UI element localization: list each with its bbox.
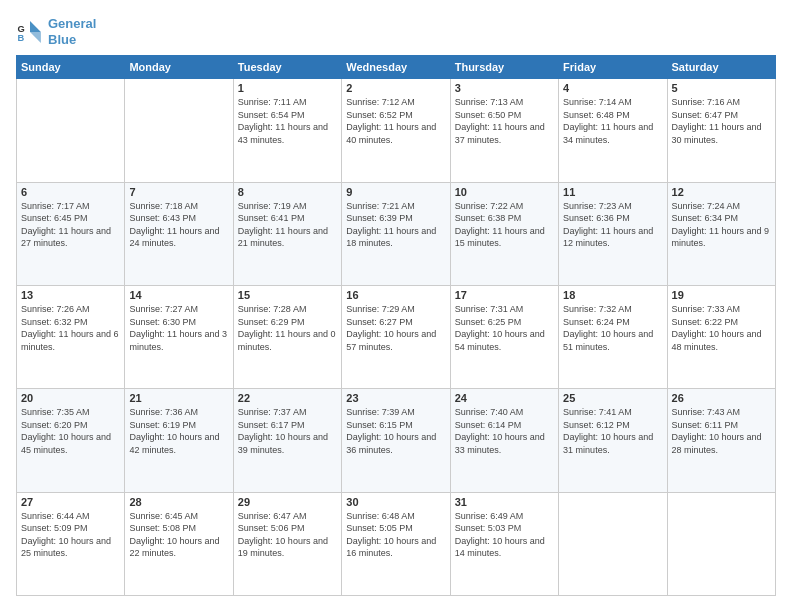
- day-info: Sunrise: 6:44 AM Sunset: 5:09 PM Dayligh…: [21, 510, 120, 560]
- day-number: 19: [672, 289, 771, 301]
- calendar-week-row: 27Sunrise: 6:44 AM Sunset: 5:09 PM Dayli…: [17, 492, 776, 595]
- day-number: 9: [346, 186, 445, 198]
- calendar-cell: 9Sunrise: 7:21 AM Sunset: 6:39 PM Daylig…: [342, 182, 450, 285]
- calendar-cell: 22Sunrise: 7:37 AM Sunset: 6:17 PM Dayli…: [233, 389, 341, 492]
- day-info: Sunrise: 7:14 AM Sunset: 6:48 PM Dayligh…: [563, 96, 662, 146]
- day-info: Sunrise: 7:35 AM Sunset: 6:20 PM Dayligh…: [21, 406, 120, 456]
- calendar-cell: 19Sunrise: 7:33 AM Sunset: 6:22 PM Dayli…: [667, 285, 775, 388]
- page-header: G B General Blue: [16, 16, 776, 47]
- calendar-cell: [125, 79, 233, 182]
- day-number: 17: [455, 289, 554, 301]
- calendar-cell: 29Sunrise: 6:47 AM Sunset: 5:06 PM Dayli…: [233, 492, 341, 595]
- logo-text: General Blue: [48, 16, 96, 47]
- calendar-cell: 26Sunrise: 7:43 AM Sunset: 6:11 PM Dayli…: [667, 389, 775, 492]
- day-number: 18: [563, 289, 662, 301]
- calendar-cell: 16Sunrise: 7:29 AM Sunset: 6:27 PM Dayli…: [342, 285, 450, 388]
- day-info: Sunrise: 7:39 AM Sunset: 6:15 PM Dayligh…: [346, 406, 445, 456]
- day-info: Sunrise: 7:37 AM Sunset: 6:17 PM Dayligh…: [238, 406, 337, 456]
- svg-text:B: B: [18, 33, 25, 43]
- day-number: 8: [238, 186, 337, 198]
- day-number: 29: [238, 496, 337, 508]
- col-header-monday: Monday: [125, 56, 233, 79]
- day-number: 31: [455, 496, 554, 508]
- day-info: Sunrise: 7:21 AM Sunset: 6:39 PM Dayligh…: [346, 200, 445, 250]
- day-number: 24: [455, 392, 554, 404]
- calendar-cell: 6Sunrise: 7:17 AM Sunset: 6:45 PM Daylig…: [17, 182, 125, 285]
- day-number: 1: [238, 82, 337, 94]
- day-info: Sunrise: 6:49 AM Sunset: 5:03 PM Dayligh…: [455, 510, 554, 560]
- calendar-cell: 11Sunrise: 7:23 AM Sunset: 6:36 PM Dayli…: [559, 182, 667, 285]
- day-number: 20: [21, 392, 120, 404]
- day-number: 15: [238, 289, 337, 301]
- day-info: Sunrise: 7:26 AM Sunset: 6:32 PM Dayligh…: [21, 303, 120, 353]
- calendar-cell: 23Sunrise: 7:39 AM Sunset: 6:15 PM Dayli…: [342, 389, 450, 492]
- day-number: 3: [455, 82, 554, 94]
- day-number: 10: [455, 186, 554, 198]
- day-number: 5: [672, 82, 771, 94]
- calendar-cell: [559, 492, 667, 595]
- day-number: 11: [563, 186, 662, 198]
- day-number: 16: [346, 289, 445, 301]
- calendar-cell: 4Sunrise: 7:14 AM Sunset: 6:48 PM Daylig…: [559, 79, 667, 182]
- day-number: 13: [21, 289, 120, 301]
- logo-icon: G B: [16, 18, 44, 46]
- day-info: Sunrise: 7:40 AM Sunset: 6:14 PM Dayligh…: [455, 406, 554, 456]
- day-info: Sunrise: 7:29 AM Sunset: 6:27 PM Dayligh…: [346, 303, 445, 353]
- day-info: Sunrise: 7:18 AM Sunset: 6:43 PM Dayligh…: [129, 200, 228, 250]
- calendar-cell: 27Sunrise: 6:44 AM Sunset: 5:09 PM Dayli…: [17, 492, 125, 595]
- calendar-cell: 15Sunrise: 7:28 AM Sunset: 6:29 PM Dayli…: [233, 285, 341, 388]
- calendar-week-row: 1Sunrise: 7:11 AM Sunset: 6:54 PM Daylig…: [17, 79, 776, 182]
- calendar-cell: 3Sunrise: 7:13 AM Sunset: 6:50 PM Daylig…: [450, 79, 558, 182]
- day-info: Sunrise: 6:45 AM Sunset: 5:08 PM Dayligh…: [129, 510, 228, 560]
- calendar-cell: 31Sunrise: 6:49 AM Sunset: 5:03 PM Dayli…: [450, 492, 558, 595]
- day-number: 22: [238, 392, 337, 404]
- calendar-cell: [667, 492, 775, 595]
- calendar-cell: 5Sunrise: 7:16 AM Sunset: 6:47 PM Daylig…: [667, 79, 775, 182]
- col-header-thursday: Thursday: [450, 56, 558, 79]
- calendar-cell: 18Sunrise: 7:32 AM Sunset: 6:24 PM Dayli…: [559, 285, 667, 388]
- calendar-cell: 7Sunrise: 7:18 AM Sunset: 6:43 PM Daylig…: [125, 182, 233, 285]
- day-info: Sunrise: 7:13 AM Sunset: 6:50 PM Dayligh…: [455, 96, 554, 146]
- col-header-sunday: Sunday: [17, 56, 125, 79]
- calendar-cell: 2Sunrise: 7:12 AM Sunset: 6:52 PM Daylig…: [342, 79, 450, 182]
- day-info: Sunrise: 7:32 AM Sunset: 6:24 PM Dayligh…: [563, 303, 662, 353]
- day-info: Sunrise: 7:19 AM Sunset: 6:41 PM Dayligh…: [238, 200, 337, 250]
- calendar-cell: 20Sunrise: 7:35 AM Sunset: 6:20 PM Dayli…: [17, 389, 125, 492]
- day-info: Sunrise: 7:24 AM Sunset: 6:34 PM Dayligh…: [672, 200, 771, 250]
- calendar-cell: 17Sunrise: 7:31 AM Sunset: 6:25 PM Dayli…: [450, 285, 558, 388]
- calendar-cell: 25Sunrise: 7:41 AM Sunset: 6:12 PM Dayli…: [559, 389, 667, 492]
- calendar-week-row: 20Sunrise: 7:35 AM Sunset: 6:20 PM Dayli…: [17, 389, 776, 492]
- day-info: Sunrise: 7:16 AM Sunset: 6:47 PM Dayligh…: [672, 96, 771, 146]
- day-info: Sunrise: 7:11 AM Sunset: 6:54 PM Dayligh…: [238, 96, 337, 146]
- calendar-cell: 1Sunrise: 7:11 AM Sunset: 6:54 PM Daylig…: [233, 79, 341, 182]
- calendar-cell: 21Sunrise: 7:36 AM Sunset: 6:19 PM Dayli…: [125, 389, 233, 492]
- calendar-cell: 12Sunrise: 7:24 AM Sunset: 6:34 PM Dayli…: [667, 182, 775, 285]
- day-info: Sunrise: 7:41 AM Sunset: 6:12 PM Dayligh…: [563, 406, 662, 456]
- day-info: Sunrise: 7:31 AM Sunset: 6:25 PM Dayligh…: [455, 303, 554, 353]
- day-info: Sunrise: 6:48 AM Sunset: 5:05 PM Dayligh…: [346, 510, 445, 560]
- day-number: 7: [129, 186, 228, 198]
- day-info: Sunrise: 7:22 AM Sunset: 6:38 PM Dayligh…: [455, 200, 554, 250]
- calendar-cell: 10Sunrise: 7:22 AM Sunset: 6:38 PM Dayli…: [450, 182, 558, 285]
- day-info: Sunrise: 7:28 AM Sunset: 6:29 PM Dayligh…: [238, 303, 337, 353]
- calendar-cell: 28Sunrise: 6:45 AM Sunset: 5:08 PM Dayli…: [125, 492, 233, 595]
- day-info: Sunrise: 7:43 AM Sunset: 6:11 PM Dayligh…: [672, 406, 771, 456]
- calendar-cell: 8Sunrise: 7:19 AM Sunset: 6:41 PM Daylig…: [233, 182, 341, 285]
- day-info: Sunrise: 6:47 AM Sunset: 5:06 PM Dayligh…: [238, 510, 337, 560]
- col-header-friday: Friday: [559, 56, 667, 79]
- calendar-cell: [17, 79, 125, 182]
- calendar-header-row: SundayMondayTuesdayWednesdayThursdayFrid…: [17, 56, 776, 79]
- day-info: Sunrise: 7:12 AM Sunset: 6:52 PM Dayligh…: [346, 96, 445, 146]
- calendar-cell: 14Sunrise: 7:27 AM Sunset: 6:30 PM Dayli…: [125, 285, 233, 388]
- calendar-cell: 13Sunrise: 7:26 AM Sunset: 6:32 PM Dayli…: [17, 285, 125, 388]
- col-header-saturday: Saturday: [667, 56, 775, 79]
- day-info: Sunrise: 7:23 AM Sunset: 6:36 PM Dayligh…: [563, 200, 662, 250]
- day-number: 25: [563, 392, 662, 404]
- day-number: 14: [129, 289, 228, 301]
- day-number: 27: [21, 496, 120, 508]
- day-number: 2: [346, 82, 445, 94]
- col-header-wednesday: Wednesday: [342, 56, 450, 79]
- calendar-week-row: 6Sunrise: 7:17 AM Sunset: 6:45 PM Daylig…: [17, 182, 776, 285]
- day-number: 6: [21, 186, 120, 198]
- day-info: Sunrise: 7:17 AM Sunset: 6:45 PM Dayligh…: [21, 200, 120, 250]
